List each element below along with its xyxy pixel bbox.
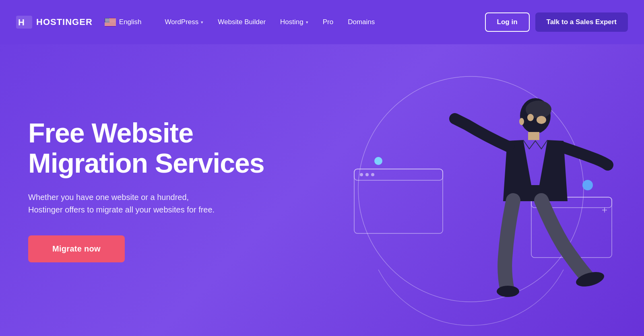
svg-point-34 — [107, 21, 107, 21]
illustration-svg — [298, 44, 628, 336]
language-label: English — [119, 18, 142, 26]
svg-point-30 — [108, 20, 108, 21]
svg-point-37 — [109, 21, 109, 21]
svg-point-19 — [108, 19, 108, 19]
chevron-down-icon: ▾ — [306, 20, 308, 25]
svg-point-48 — [360, 173, 363, 176]
svg-point-15 — [109, 19, 109, 19]
svg-point-20 — [109, 19, 109, 19]
sales-expert-button[interactable]: Talk to a Sales Expert — [535, 12, 628, 32]
svg-rect-6 — [105, 23, 116, 23]
nav-links: WordPress ▾ Website Builder Hosting ▾ Pr… — [158, 15, 485, 29]
svg-point-35 — [107, 21, 108, 21]
svg-text:H: H — [18, 17, 25, 27]
page-wrapper: H HOSTINGER — [0, 0, 644, 336]
nav-item-domains[interactable]: Domains — [341, 15, 382, 29]
svg-rect-8 — [105, 25, 116, 26]
us-flag-icon — [105, 18, 116, 26]
svg-point-32 — [105, 21, 105, 21]
svg-point-39 — [106, 21, 107, 22]
svg-point-64 — [527, 114, 534, 121]
nav-item-pro[interactable]: Pro — [316, 15, 341, 29]
svg-point-29 — [107, 20, 107, 21]
svg-point-31 — [109, 20, 109, 21]
svg-point-61 — [497, 286, 519, 297]
svg-point-38 — [105, 21, 106, 22]
language-selector[interactable]: English — [105, 18, 142, 26]
hostinger-logo-icon: H — [16, 16, 32, 29]
svg-point-11 — [106, 19, 106, 19]
svg-point-14 — [108, 19, 109, 19]
svg-point-17 — [106, 19, 107, 19]
hero-illustration — [298, 44, 628, 336]
hero-content: Free Website Migration Services Whether … — [28, 118, 270, 262]
svg-point-36 — [108, 21, 109, 21]
svg-point-28 — [106, 20, 107, 21]
migrate-now-button[interactable]: Migrate now — [28, 235, 125, 262]
svg-point-33 — [106, 21, 106, 21]
login-button[interactable]: Log in — [485, 12, 530, 32]
nav-item-hosting[interactable]: Hosting ▾ — [273, 15, 316, 29]
svg-point-63 — [537, 116, 546, 124]
svg-point-27 — [105, 20, 106, 21]
svg-rect-46 — [354, 169, 443, 233]
svg-point-50 — [371, 173, 374, 176]
svg-rect-7 — [105, 24, 116, 25]
nav-item-website-builder[interactable]: Website Builder — [211, 15, 273, 29]
svg-point-42 — [109, 21, 109, 22]
navbar: H HOSTINGER — [0, 0, 644, 44]
svg-point-22 — [106, 20, 106, 20]
hero-title: Free Website Migration Services — [28, 118, 270, 178]
svg-point-44 — [374, 157, 382, 165]
hero-subtitle: Whether you have one website or a hundre… — [28, 191, 221, 216]
hero-section: Free Website Migration Services Whether … — [0, 44, 644, 336]
svg-point-40 — [107, 21, 107, 22]
svg-point-16 — [105, 19, 106, 19]
logo-area[interactable]: H HOSTINGER — [16, 16, 93, 29]
svg-rect-60 — [528, 132, 539, 140]
svg-point-25 — [108, 20, 109, 20]
nav-actions: Log in Talk to a Sales Expert — [485, 12, 628, 32]
svg-point-23 — [107, 20, 107, 20]
svg-point-10 — [105, 19, 105, 19]
svg-point-24 — [107, 20, 108, 20]
svg-point-12 — [107, 19, 107, 19]
svg-point-45 — [582, 180, 593, 190]
svg-point-49 — [365, 173, 369, 176]
svg-point-26 — [109, 20, 109, 20]
svg-point-18 — [107, 19, 107, 19]
svg-point-41 — [108, 21, 108, 22]
nav-item-wordpress[interactable]: WordPress ▾ — [158, 15, 211, 29]
svg-point-21 — [105, 20, 105, 20]
svg-point-13 — [107, 19, 108, 19]
svg-point-65 — [519, 118, 524, 125]
chevron-down-icon: ▾ — [201, 20, 203, 25]
logo-text: HOSTINGER — [36, 17, 93, 27]
